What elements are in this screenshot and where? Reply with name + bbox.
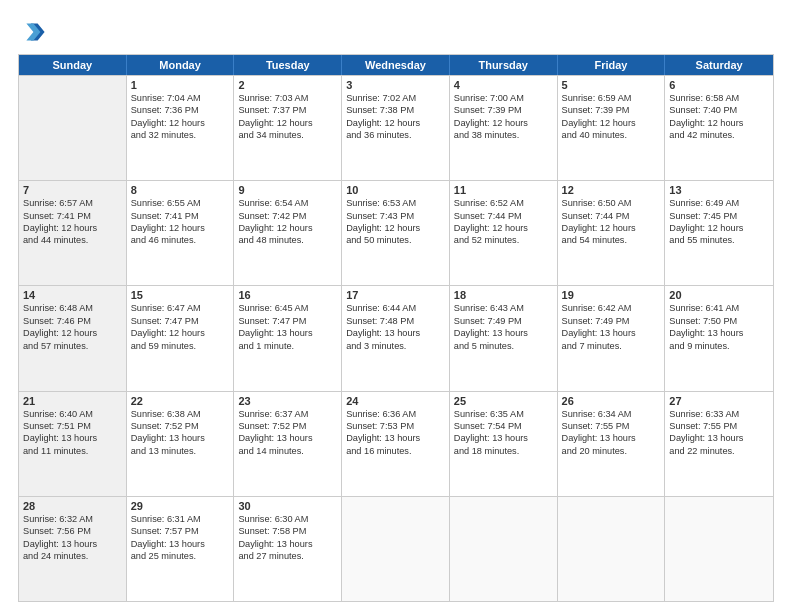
calendar-cell-10: 10Sunrise: 6:53 AMSunset: 7:43 PMDayligh… [342, 181, 450, 285]
cell-line: and 11 minutes. [23, 445, 122, 457]
cell-line: and 25 minutes. [131, 550, 230, 562]
calendar-cell-empty-4-4 [450, 497, 558, 601]
day-number: 17 [346, 289, 445, 301]
cell-line: and 54 minutes. [562, 234, 661, 246]
day-number: 6 [669, 79, 769, 91]
calendar-cell-empty-4-6 [665, 497, 773, 601]
cell-line: Daylight: 12 hours [131, 222, 230, 234]
calendar-cell-20: 20Sunrise: 6:41 AMSunset: 7:50 PMDayligh… [665, 286, 773, 390]
cell-line: Sunrise: 6:55 AM [131, 197, 230, 209]
cell-line: Sunrise: 6:43 AM [454, 302, 553, 314]
cell-line: Sunset: 7:39 PM [562, 104, 661, 116]
cell-line: Sunrise: 6:38 AM [131, 408, 230, 420]
cell-line: Daylight: 13 hours [346, 432, 445, 444]
cell-line: Sunrise: 7:03 AM [238, 92, 337, 104]
cell-line: Daylight: 13 hours [346, 327, 445, 339]
calendar-cell-26: 26Sunrise: 6:34 AMSunset: 7:55 PMDayligh… [558, 392, 666, 496]
cell-line: Daylight: 13 hours [23, 432, 122, 444]
cell-line: and 18 minutes. [454, 445, 553, 457]
calendar-body: 1Sunrise: 7:04 AMSunset: 7:36 PMDaylight… [19, 75, 773, 601]
cell-line: Sunset: 7:53 PM [346, 420, 445, 432]
cell-line: Sunrise: 6:48 AM [23, 302, 122, 314]
cell-line: Sunset: 7:41 PM [23, 210, 122, 222]
calendar-cell-3: 3Sunrise: 7:02 AMSunset: 7:38 PMDaylight… [342, 76, 450, 180]
cell-line: Sunset: 7:55 PM [669, 420, 769, 432]
cell-line: Sunrise: 6:59 AM [562, 92, 661, 104]
day-number: 7 [23, 184, 122, 196]
cell-line: Daylight: 12 hours [454, 222, 553, 234]
cell-line: Sunset: 7:54 PM [454, 420, 553, 432]
cell-line: Sunrise: 6:54 AM [238, 197, 337, 209]
cell-line: Sunrise: 6:41 AM [669, 302, 769, 314]
cell-line: and 34 minutes. [238, 129, 337, 141]
day-number: 9 [238, 184, 337, 196]
cell-line: Sunrise: 6:42 AM [562, 302, 661, 314]
calendar-cell-18: 18Sunrise: 6:43 AMSunset: 7:49 PMDayligh… [450, 286, 558, 390]
calendar-row-1: 7Sunrise: 6:57 AMSunset: 7:41 PMDaylight… [19, 180, 773, 285]
day-number: 4 [454, 79, 553, 91]
cell-line: Daylight: 13 hours [454, 432, 553, 444]
header [18, 18, 774, 46]
calendar-cell-11: 11Sunrise: 6:52 AMSunset: 7:44 PMDayligh… [450, 181, 558, 285]
cell-line: Daylight: 12 hours [23, 222, 122, 234]
day-number: 10 [346, 184, 445, 196]
cell-line: Daylight: 13 hours [562, 432, 661, 444]
cell-line: and 5 minutes. [454, 340, 553, 352]
cell-line: Daylight: 13 hours [669, 432, 769, 444]
cell-line: and 59 minutes. [131, 340, 230, 352]
cell-line: Sunset: 7:41 PM [131, 210, 230, 222]
cell-line: Daylight: 12 hours [346, 222, 445, 234]
day-number: 13 [669, 184, 769, 196]
cell-line: and 1 minute. [238, 340, 337, 352]
day-number: 29 [131, 500, 230, 512]
calendar-cell-17: 17Sunrise: 6:44 AMSunset: 7:48 PMDayligh… [342, 286, 450, 390]
day-number: 14 [23, 289, 122, 301]
cell-line: Sunrise: 7:00 AM [454, 92, 553, 104]
cell-line: Sunset: 7:56 PM [23, 525, 122, 537]
cell-line: Daylight: 12 hours [131, 117, 230, 129]
cell-line: Sunrise: 6:53 AM [346, 197, 445, 209]
day-header-monday: Monday [127, 55, 235, 75]
day-number: 16 [238, 289, 337, 301]
cell-line: Daylight: 13 hours [454, 327, 553, 339]
day-number: 30 [238, 500, 337, 512]
day-number: 8 [131, 184, 230, 196]
cell-line: Sunset: 7:43 PM [346, 210, 445, 222]
calendar-cell-5: 5Sunrise: 6:59 AMSunset: 7:39 PMDaylight… [558, 76, 666, 180]
cell-line: and 48 minutes. [238, 234, 337, 246]
calendar-cell-24: 24Sunrise: 6:36 AMSunset: 7:53 PMDayligh… [342, 392, 450, 496]
cell-line: Sunrise: 6:31 AM [131, 513, 230, 525]
cell-line: Sunset: 7:40 PM [669, 104, 769, 116]
cell-line: Sunrise: 6:34 AM [562, 408, 661, 420]
calendar-cell-25: 25Sunrise: 6:35 AMSunset: 7:54 PMDayligh… [450, 392, 558, 496]
cell-line: and 52 minutes. [454, 234, 553, 246]
day-number: 12 [562, 184, 661, 196]
day-number: 2 [238, 79, 337, 91]
cell-line: Sunrise: 6:44 AM [346, 302, 445, 314]
calendar-row-2: 14Sunrise: 6:48 AMSunset: 7:46 PMDayligh… [19, 285, 773, 390]
day-header-wednesday: Wednesday [342, 55, 450, 75]
calendar-cell-empty-4-3 [342, 497, 450, 601]
day-header-saturday: Saturday [665, 55, 773, 75]
cell-line: Sunrise: 7:02 AM [346, 92, 445, 104]
calendar-cell-empty-0-0 [19, 76, 127, 180]
cell-line: Daylight: 13 hours [131, 538, 230, 550]
cell-line: Sunset: 7:47 PM [238, 315, 337, 327]
cell-line: Sunset: 7:48 PM [346, 315, 445, 327]
cell-line: Daylight: 13 hours [238, 538, 337, 550]
cell-line: and 32 minutes. [131, 129, 230, 141]
cell-line: and 9 minutes. [669, 340, 769, 352]
cell-line: Sunset: 7:39 PM [454, 104, 553, 116]
calendar-cell-empty-4-5 [558, 497, 666, 601]
cell-line: Sunrise: 6:36 AM [346, 408, 445, 420]
cell-line: Daylight: 13 hours [23, 538, 122, 550]
cell-line: Sunset: 7:45 PM [669, 210, 769, 222]
cell-line: and 36 minutes. [346, 129, 445, 141]
calendar-cell-19: 19Sunrise: 6:42 AMSunset: 7:49 PMDayligh… [558, 286, 666, 390]
cell-line: Daylight: 13 hours [562, 327, 661, 339]
cell-line: and 22 minutes. [669, 445, 769, 457]
day-number: 24 [346, 395, 445, 407]
calendar-cell-22: 22Sunrise: 6:38 AMSunset: 7:52 PMDayligh… [127, 392, 235, 496]
cell-line: Sunrise: 6:32 AM [23, 513, 122, 525]
calendar-cell-13: 13Sunrise: 6:49 AMSunset: 7:45 PMDayligh… [665, 181, 773, 285]
